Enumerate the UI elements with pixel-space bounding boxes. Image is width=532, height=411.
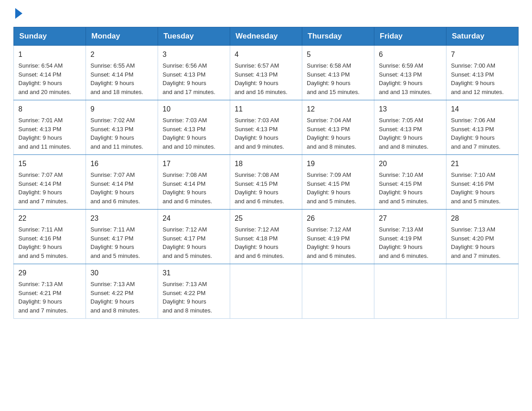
- day-number: 24: [163, 213, 225, 224]
- calendar-day-cell: 5Sunrise: 6:58 AMSunset: 4:13 PMDaylight…: [302, 46, 374, 100]
- day-number: 14: [451, 104, 514, 115]
- calendar-day-cell: 6Sunrise: 6:59 AMSunset: 4:13 PMDaylight…: [374, 46, 446, 100]
- day-info: Sunrise: 7:12 AMSunset: 4:19 PMDaylight:…: [307, 226, 356, 259]
- day-info: Sunrise: 7:03 AMSunset: 4:13 PMDaylight:…: [235, 117, 284, 150]
- calendar-day-cell: 4Sunrise: 6:57 AMSunset: 4:13 PMDaylight…: [230, 46, 302, 100]
- day-info: Sunrise: 7:06 AMSunset: 4:13 PMDaylight:…: [451, 117, 501, 150]
- calendar-table: SundayMondayTuesdayWednesdayThursdayFrid…: [13, 27, 519, 319]
- calendar-week-row: 1Sunrise: 6:54 AMSunset: 4:14 PMDaylight…: [14, 46, 519, 100]
- calendar-day-cell: 19Sunrise: 7:09 AMSunset: 4:15 PMDayligh…: [302, 155, 374, 210]
- day-number: 16: [90, 158, 153, 169]
- logo-top: [13, 9, 22, 19]
- day-info: Sunrise: 7:12 AMSunset: 4:18 PMDaylight:…: [235, 226, 284, 259]
- weekday-header-row: SundayMondayTuesdayWednesdayThursdayFrid…: [14, 27, 519, 46]
- weekday-header-monday: Monday: [86, 27, 158, 46]
- calendar-day-cell: 11Sunrise: 7:03 AMSunset: 4:13 PMDayligh…: [230, 100, 302, 155]
- day-number: 3: [163, 49, 225, 60]
- day-info: Sunrise: 7:13 AMSunset: 4:19 PMDaylight:…: [379, 226, 429, 259]
- calendar-day-cell: 10Sunrise: 7:03 AMSunset: 4:13 PMDayligh…: [158, 100, 230, 155]
- day-info: Sunrise: 6:58 AMSunset: 4:13 PMDaylight:…: [307, 62, 360, 95]
- calendar-day-cell: 3Sunrise: 6:56 AMSunset: 4:13 PMDaylight…: [158, 46, 230, 100]
- calendar-day-cell: [446, 264, 519, 319]
- day-number: 1: [18, 49, 81, 60]
- calendar-day-cell: [230, 264, 302, 319]
- calendar-day-cell: 7Sunrise: 7:00 AMSunset: 4:13 PMDaylight…: [446, 46, 519, 100]
- weekday-header-thursday: Thursday: [302, 27, 374, 46]
- weekday-header-tuesday: Tuesday: [158, 27, 230, 46]
- day-info: Sunrise: 7:10 AMSunset: 4:16 PMDaylight:…: [451, 171, 501, 205]
- day-number: 27: [379, 213, 442, 224]
- day-number: 30: [90, 268, 153, 278]
- calendar-day-cell: 12Sunrise: 7:04 AMSunset: 4:13 PMDayligh…: [302, 100, 374, 155]
- calendar-day-cell: 29Sunrise: 7:13 AMSunset: 4:21 PMDayligh…: [14, 264, 86, 319]
- day-info: Sunrise: 7:04 AMSunset: 4:13 PMDaylight:…: [307, 117, 356, 150]
- day-number: 17: [163, 158, 225, 169]
- day-number: 29: [18, 268, 81, 278]
- day-number: 22: [18, 213, 81, 224]
- calendar-day-cell: 27Sunrise: 7:13 AMSunset: 4:19 PMDayligh…: [374, 210, 446, 264]
- calendar-day-cell: 13Sunrise: 7:05 AMSunset: 4:13 PMDayligh…: [374, 100, 446, 155]
- day-number: 7: [451, 49, 514, 60]
- calendar-day-cell: 22Sunrise: 7:11 AMSunset: 4:16 PMDayligh…: [14, 210, 86, 264]
- day-info: Sunrise: 6:59 AMSunset: 4:13 PMDaylight:…: [379, 62, 432, 95]
- logo-arrow-icon: [15, 8, 22, 19]
- day-number: 5: [307, 49, 369, 60]
- calendar-day-cell: 15Sunrise: 7:07 AMSunset: 4:14 PMDayligh…: [14, 155, 86, 210]
- day-number: 12: [307, 104, 369, 115]
- day-number: 9: [90, 104, 153, 115]
- day-number: 13: [379, 104, 442, 115]
- day-info: Sunrise: 7:03 AMSunset: 4:13 PMDaylight:…: [163, 117, 215, 150]
- day-number: 28: [451, 213, 514, 224]
- logo: [13, 9, 22, 19]
- calendar-day-cell: 31Sunrise: 7:13 AMSunset: 4:22 PMDayligh…: [158, 264, 230, 319]
- day-info: Sunrise: 7:13 AMSunset: 4:22 PMDaylight:…: [163, 281, 212, 314]
- day-info: Sunrise: 7:08 AMSunset: 4:14 PMDaylight:…: [163, 171, 212, 205]
- page-header: [13, 9, 519, 19]
- calendar-day-cell: 26Sunrise: 7:12 AMSunset: 4:19 PMDayligh…: [302, 210, 374, 264]
- day-number: 18: [235, 158, 297, 169]
- day-info: Sunrise: 7:02 AMSunset: 4:13 PMDaylight:…: [90, 117, 143, 150]
- day-info: Sunrise: 7:13 AMSunset: 4:22 PMDaylight:…: [90, 281, 140, 314]
- day-info: Sunrise: 7:11 AMSunset: 4:16 PMDaylight:…: [18, 226, 68, 259]
- weekday-header-wednesday: Wednesday: [230, 27, 302, 46]
- day-info: Sunrise: 6:54 AMSunset: 4:14 PMDaylight:…: [18, 62, 71, 95]
- calendar-day-cell: 25Sunrise: 7:12 AMSunset: 4:18 PMDayligh…: [230, 210, 302, 264]
- day-info: Sunrise: 7:00 AMSunset: 4:13 PMDaylight:…: [451, 62, 504, 95]
- calendar-day-cell: 9Sunrise: 7:02 AMSunset: 4:13 PMDaylight…: [86, 100, 158, 155]
- day-info: Sunrise: 7:13 AMSunset: 4:21 PMDaylight:…: [18, 281, 68, 314]
- weekday-header-saturday: Saturday: [446, 27, 519, 46]
- day-info: Sunrise: 7:12 AMSunset: 4:17 PMDaylight:…: [163, 226, 212, 259]
- day-number: 26: [307, 213, 369, 224]
- day-info: Sunrise: 7:05 AMSunset: 4:13 PMDaylight:…: [379, 117, 429, 150]
- calendar-day-cell: 18Sunrise: 7:08 AMSunset: 4:15 PMDayligh…: [230, 155, 302, 210]
- weekday-header-sunday: Sunday: [14, 27, 86, 46]
- day-info: Sunrise: 7:10 AMSunset: 4:15 PMDaylight:…: [379, 171, 429, 205]
- calendar-day-cell: 28Sunrise: 7:13 AMSunset: 4:20 PMDayligh…: [446, 210, 519, 264]
- day-info: Sunrise: 7:07 AMSunset: 4:14 PMDaylight:…: [90, 171, 140, 205]
- day-number: 20: [379, 158, 442, 169]
- calendar-day-cell: 14Sunrise: 7:06 AMSunset: 4:13 PMDayligh…: [446, 100, 519, 155]
- day-number: 4: [235, 49, 297, 60]
- calendar-week-row: 15Sunrise: 7:07 AMSunset: 4:14 PMDayligh…: [14, 155, 519, 210]
- day-number: 11: [235, 104, 297, 115]
- calendar-day-cell: 21Sunrise: 7:10 AMSunset: 4:16 PMDayligh…: [446, 155, 519, 210]
- calendar-day-cell: 16Sunrise: 7:07 AMSunset: 4:14 PMDayligh…: [86, 155, 158, 210]
- day-number: 2: [90, 49, 153, 60]
- calendar-day-cell: [302, 264, 374, 319]
- day-number: 6: [379, 49, 442, 60]
- day-info: Sunrise: 6:57 AMSunset: 4:13 PMDaylight:…: [235, 62, 287, 95]
- day-number: 23: [90, 213, 153, 224]
- calendar-day-cell: 23Sunrise: 7:11 AMSunset: 4:17 PMDayligh…: [86, 210, 158, 264]
- calendar-day-cell: 8Sunrise: 7:01 AMSunset: 4:13 PMDaylight…: [14, 100, 86, 155]
- day-info: Sunrise: 7:01 AMSunset: 4:13 PMDaylight:…: [18, 117, 71, 150]
- day-info: Sunrise: 6:55 AMSunset: 4:14 PMDaylight:…: [90, 62, 143, 95]
- day-number: 31: [163, 268, 225, 278]
- day-info: Sunrise: 7:08 AMSunset: 4:15 PMDaylight:…: [235, 171, 284, 205]
- day-info: Sunrise: 6:56 AMSunset: 4:13 PMDaylight:…: [163, 62, 215, 95]
- calendar-week-row: 29Sunrise: 7:13 AMSunset: 4:21 PMDayligh…: [14, 264, 519, 319]
- day-info: Sunrise: 7:13 AMSunset: 4:20 PMDaylight:…: [451, 226, 501, 259]
- day-info: Sunrise: 7:09 AMSunset: 4:15 PMDaylight:…: [307, 171, 356, 205]
- day-number: 21: [451, 158, 514, 169]
- calendar-day-cell: 20Sunrise: 7:10 AMSunset: 4:15 PMDayligh…: [374, 155, 446, 210]
- day-info: Sunrise: 7:07 AMSunset: 4:14 PMDaylight:…: [18, 171, 68, 205]
